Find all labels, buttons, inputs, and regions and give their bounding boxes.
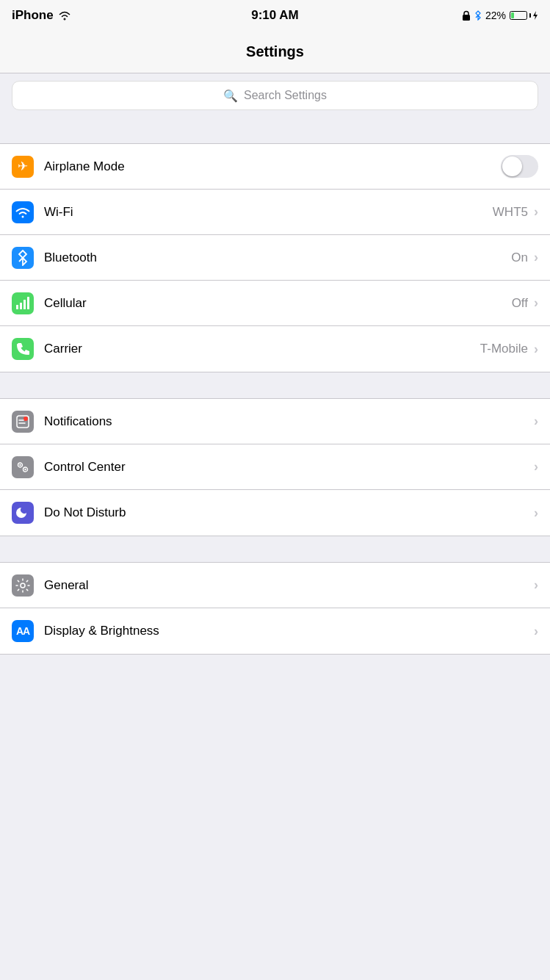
bluetooth-label: Bluetooth bbox=[44, 251, 511, 265]
general-settings-group: General › AA Display & Brightness › bbox=[0, 562, 550, 655]
svg-rect-7 bbox=[27, 297, 29, 309]
general-icon bbox=[12, 574, 34, 597]
battery-percent: 22% bbox=[485, 10, 506, 21]
do-not-disturb-label: Do Not Disturb bbox=[44, 505, 534, 520]
status-right: 22% bbox=[462, 10, 538, 21]
do-not-disturb-chevron: › bbox=[534, 505, 538, 521]
carrier-chevron: › bbox=[534, 342, 538, 357]
notifications-symbol bbox=[15, 414, 30, 429]
moon-symbol bbox=[16, 506, 29, 519]
charging-icon bbox=[532, 11, 538, 20]
status-time: 9:10 AM bbox=[251, 8, 299, 23]
aa-symbol: AA bbox=[16, 625, 29, 637]
do-not-disturb-icon bbox=[12, 502, 34, 524]
section-gap-3 bbox=[0, 536, 550, 562]
notifications-row[interactable]: Notifications › bbox=[0, 399, 550, 444]
control-center-chevron: › bbox=[534, 459, 538, 475]
wifi-icon bbox=[12, 201, 34, 223]
status-carrier: iPhone bbox=[12, 8, 71, 23]
page-title: Settings bbox=[246, 43, 304, 60]
svg-rect-6 bbox=[23, 300, 26, 309]
svg-point-16 bbox=[21, 583, 25, 588]
cellular-value: Off bbox=[512, 296, 528, 311]
wifi-symbol bbox=[15, 206, 30, 218]
search-bar[interactable]: 🔍 Search Settings bbox=[12, 81, 538, 110]
control-center-label: Control Center bbox=[44, 460, 534, 475]
bluetooth-value: On bbox=[511, 251, 528, 265]
wifi-value: WHT5 bbox=[493, 205, 528, 220]
cellular-icon bbox=[12, 292, 34, 314]
airplane-mode-label: Airplane Mode bbox=[44, 159, 495, 174]
cellular-chevron: › bbox=[534, 295, 538, 311]
airplane-icon-symbol: ✈ bbox=[18, 159, 28, 174]
wifi-row[interactable]: Wi-Fi WHT5 › bbox=[0, 190, 550, 235]
airplane-mode-icon: ✈ bbox=[12, 156, 34, 178]
search-placeholder: Search Settings bbox=[244, 89, 327, 102]
svg-point-15 bbox=[24, 468, 26, 469]
battery-icon bbox=[510, 11, 538, 20]
control-center-symbol bbox=[15, 460, 30, 475]
notifications-label: Notifications bbox=[44, 414, 534, 429]
svg-rect-0 bbox=[463, 15, 470, 21]
svg-point-9 bbox=[23, 417, 28, 421]
airplane-mode-toggle[interactable] bbox=[501, 155, 538, 178]
section-gap-1 bbox=[0, 118, 550, 143]
cellular-symbol bbox=[15, 296, 30, 311]
carrier-value: T-Mobile bbox=[480, 342, 528, 356]
svg-point-2 bbox=[22, 215, 24, 217]
airplane-mode-row[interactable]: ✈ Airplane Mode bbox=[0, 144, 550, 190]
bluetooth-chevron: › bbox=[534, 250, 538, 265]
wifi-chevron: › bbox=[534, 204, 538, 220]
display-brightness-row[interactable]: AA Display & Brightness › bbox=[0, 608, 550, 654]
display-brightness-chevron: › bbox=[534, 624, 538, 639]
svg-rect-4 bbox=[16, 305, 18, 309]
section-gap-2 bbox=[0, 372, 550, 398]
status-bar: iPhone 9:10 AM 22% bbox=[0, 0, 550, 31]
phone-symbol bbox=[16, 342, 29, 356]
carrier-label: iPhone bbox=[12, 8, 54, 23]
lock-icon bbox=[462, 10, 471, 21]
carrier-icon bbox=[12, 338, 34, 360]
general-row[interactable]: General › bbox=[0, 563, 550, 608]
bluetooth-symbol bbox=[18, 250, 28, 266]
notifications-icon bbox=[12, 411, 34, 433]
gear-symbol bbox=[15, 578, 30, 593]
control-center-icon bbox=[12, 456, 34, 478]
do-not-disturb-row[interactable]: Do Not Disturb › bbox=[0, 490, 550, 536]
nav-bar: Settings bbox=[0, 31, 550, 73]
bluetooth-status-icon bbox=[474, 10, 482, 21]
system-settings-group: Notifications › Control Center › Do Not … bbox=[0, 398, 550, 536]
search-icon: 🔍 bbox=[223, 89, 238, 103]
control-center-row[interactable]: Control Center › bbox=[0, 444, 550, 490]
wifi-label: Wi-Fi bbox=[44, 205, 493, 220]
toggle-thumb bbox=[502, 156, 522, 176]
cellular-row[interactable]: Cellular Off › bbox=[0, 281, 550, 326]
display-brightness-label: Display & Brightness bbox=[44, 624, 534, 638]
general-label: General bbox=[44, 578, 534, 593]
cellular-label: Cellular bbox=[44, 296, 512, 311]
notifications-chevron: › bbox=[534, 414, 538, 429]
bluetooth-icon bbox=[12, 247, 34, 269]
carrier-row[interactable]: Carrier T-Mobile › bbox=[0, 326, 550, 372]
carrier-label: Carrier bbox=[44, 342, 480, 356]
network-settings-group: ✈ Airplane Mode Wi-Fi WHT5 › Bluetooth O… bbox=[0, 143, 550, 372]
svg-point-14 bbox=[19, 464, 21, 465]
general-chevron: › bbox=[534, 577, 538, 593]
svg-rect-5 bbox=[20, 303, 22, 309]
search-container: 🔍 Search Settings bbox=[0, 73, 550, 118]
wifi-signal-icon bbox=[58, 10, 71, 21]
display-brightness-icon: AA bbox=[12, 620, 34, 642]
bluetooth-row[interactable]: Bluetooth On › bbox=[0, 235, 550, 281]
